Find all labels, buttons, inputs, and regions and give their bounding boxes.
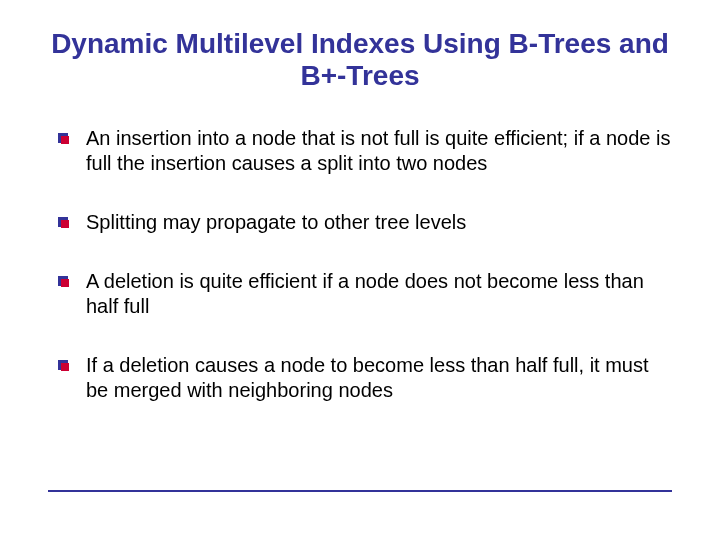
bullet-icon [58,133,68,143]
bullet-text: Splitting may propagate to other tree le… [86,211,466,233]
bullet-icon [58,276,68,286]
list-item: An insertion into a node that is not ful… [58,126,672,176]
bullet-text: An insertion into a node that is not ful… [86,127,670,174]
slide: Dynamic Multilevel Indexes Using B-Trees… [0,0,720,540]
bullet-text: A deletion is quite efficient if a node … [86,270,644,317]
bullet-text: If a deletion causes a node to become le… [86,354,649,401]
slide-title: Dynamic Multilevel Indexes Using B-Trees… [48,28,672,92]
list-item: A deletion is quite efficient if a node … [58,269,672,319]
list-item: Splitting may propagate to other tree le… [58,210,672,235]
bullet-list: An insertion into a node that is not ful… [48,126,672,403]
bullet-icon [58,217,68,227]
list-item: If a deletion causes a node to become le… [58,353,672,403]
bullet-icon [58,360,68,370]
footer-divider [48,490,672,492]
